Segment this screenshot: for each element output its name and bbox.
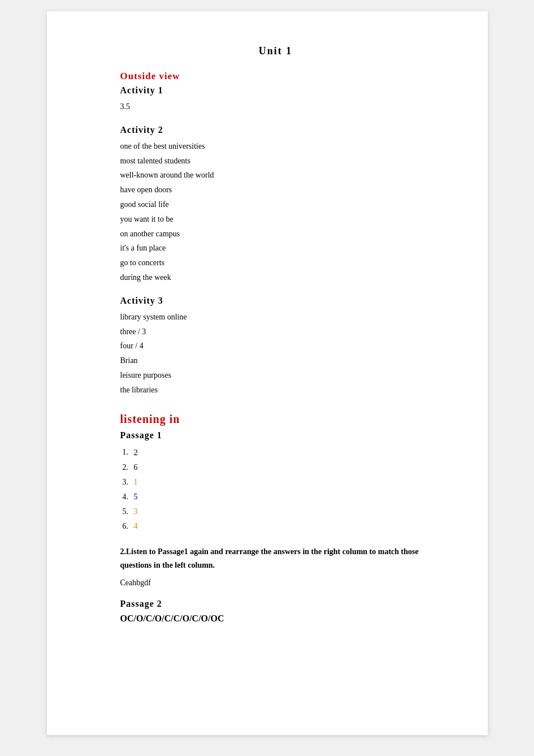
- list-item: go to concerts: [120, 256, 431, 270]
- passage1-block: Passage 1 1.22.63.14.55.36.4: [120, 430, 431, 534]
- list-item: most talented students: [120, 154, 431, 168]
- table-row: 5.3: [123, 504, 431, 519]
- row-number: 1.: [123, 445, 134, 461]
- passage1-list: 1.22.63.14.55.36.4: [123, 445, 431, 534]
- row-number: 2.: [123, 460, 134, 475]
- row-value: 2: [134, 445, 138, 461]
- activity3-block: Activity 3 library system onlinethree / …: [120, 296, 431, 397]
- passage2-title: Passage 2: [120, 599, 431, 609]
- activity3-title: Activity 3: [120, 296, 431, 306]
- row-value: 1: [134, 475, 138, 490]
- row-value: 6: [134, 460, 138, 475]
- passage2-block: Passage 2 OC/O/C/O/C/C/O/C/O/OC: [120, 599, 431, 624]
- list-item: during the week: [120, 271, 431, 284]
- outside-view-section: Outside view Activity 1 3.5 Activity 2 o…: [120, 71, 431, 397]
- list-item: one of the best universities: [120, 140, 431, 153]
- passage1-instruction: 2.Listen to Passage1 again and rearrange…: [120, 545, 431, 572]
- page: Unit 1 Outside view Activity 1 3.5 Activ…: [47, 11, 488, 735]
- listening-in-label: listening in: [120, 413, 431, 426]
- row-value: 5: [134, 490, 138, 504]
- table-row: 3.1: [123, 475, 431, 490]
- activity2-items: one of the best universitiesmost talente…: [120, 140, 431, 284]
- passage2-answer: OC/O/C/O/C/C/O/C/O/OC: [120, 614, 431, 624]
- list-item: three / 3: [120, 325, 431, 339]
- list-item: Brian: [120, 354, 431, 368]
- list-item: four / 4: [120, 339, 431, 353]
- list-item: the libraries: [120, 383, 431, 397]
- activity1-block: Activity 1 3.5: [120, 85, 431, 114]
- list-item: well-known around the world: [120, 169, 431, 182]
- list-item: good social life: [120, 198, 431, 211]
- list-item: have open doors: [120, 183, 431, 197]
- list-item: you want it to be: [120, 213, 431, 226]
- table-row: 1.2: [123, 445, 431, 461]
- row-value: 3: [134, 504, 138, 519]
- listening-in-section: listening in Passage 1 1.22.63.14.55.36.…: [120, 413, 431, 624]
- activity3-items: library system onlinethree / 3four / 4Br…: [120, 310, 431, 397]
- activity2-block: Activity 2 one of the best universitiesm…: [120, 125, 431, 284]
- passage1-title: Passage 1: [120, 430, 431, 440]
- table-row: 4.5: [123, 490, 431, 504]
- unit-title: Unit 1: [120, 45, 431, 57]
- row-number: 5.: [123, 504, 134, 519]
- passage1-instruction-block: 2.Listen to Passage1 again and rearrange…: [120, 545, 431, 588]
- row-number: 6.: [123, 519, 134, 534]
- outside-view-label: Outside view: [120, 71, 431, 82]
- passage1-answer: Ceahbgdf: [120, 578, 431, 587]
- list-item: it's a fun place: [120, 241, 431, 255]
- table-row: 6.4: [123, 519, 431, 534]
- activity1-title: Activity 1: [120, 85, 431, 96]
- table-row: 2.6: [123, 460, 431, 475]
- list-item: leisure purposes: [120, 369, 431, 382]
- row-number: 3.: [123, 475, 134, 490]
- row-value: 4: [134, 519, 138, 534]
- list-item: library system online: [120, 310, 431, 324]
- activity2-title: Activity 2: [120, 125, 431, 135]
- list-item: on another campus: [120, 227, 431, 241]
- activity1-answer: 3.5: [120, 100, 431, 114]
- row-number: 4.: [123, 490, 134, 504]
